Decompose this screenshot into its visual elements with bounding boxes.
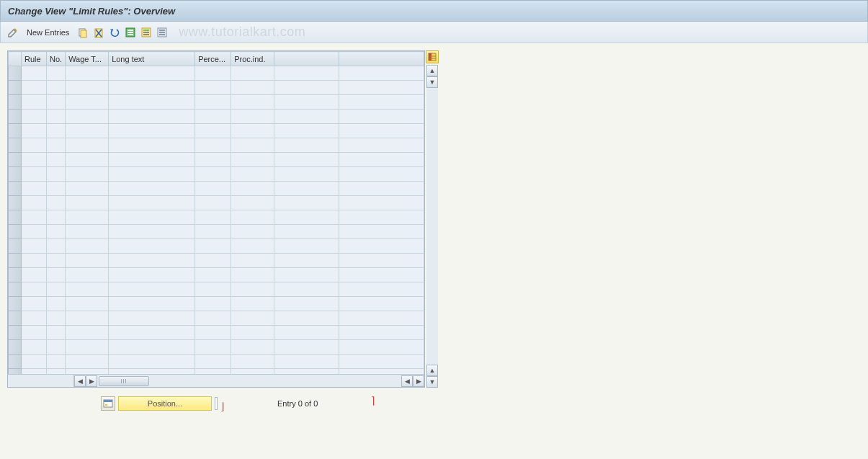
cell[interactable] — [339, 239, 424, 254]
cell[interactable] — [109, 254, 195, 268]
cell[interactable] — [22, 196, 47, 210]
cell[interactable] — [47, 326, 66, 340]
cell[interactable] — [195, 268, 231, 282]
cell[interactable] — [66, 210, 109, 225]
cell[interactable] — [231, 124, 274, 138]
cell[interactable] — [66, 225, 109, 239]
cell[interactable] — [195, 311, 231, 326]
scroll-down-end-icon[interactable]: ▼ — [426, 376, 438, 388]
cell[interactable] — [22, 340, 47, 355]
h-scroll-track[interactable] — [97, 375, 401, 387]
cell[interactable] — [274, 66, 339, 81]
cell[interactable] — [47, 196, 66, 210]
cell[interactable] — [22, 167, 47, 182]
col-header-wage[interactable]: Wage T... — [66, 52, 109, 66]
cell[interactable] — [195, 138, 231, 153]
cell[interactable] — [109, 153, 195, 167]
cell[interactable] — [109, 66, 195, 81]
row-selector[interactable] — [9, 182, 22, 196]
cell[interactable] — [47, 182, 66, 196]
row-selector[interactable] — [9, 340, 22, 355]
cell[interactable] — [339, 326, 424, 340]
col-header-perce[interactable]: Perce... — [195, 52, 231, 66]
cell[interactable] — [109, 326, 195, 340]
cell[interactable] — [109, 282, 195, 297]
v-scroll-track[interactable] — [426, 88, 438, 365]
col-header-long[interactable]: Long text — [109, 52, 195, 66]
cell[interactable] — [339, 254, 424, 268]
cell[interactable] — [22, 110, 47, 124]
cell[interactable] — [231, 254, 274, 268]
cell[interactable] — [66, 355, 109, 369]
cell[interactable] — [22, 355, 47, 369]
cell[interactable] — [66, 95, 109, 110]
cell[interactable] — [22, 282, 47, 297]
cell[interactable] — [109, 81, 195, 95]
cell[interactable] — [66, 311, 109, 326]
cell[interactable] — [195, 282, 231, 297]
cell[interactable] — [22, 326, 47, 340]
cell[interactable] — [22, 239, 47, 254]
cell[interactable] — [47, 282, 66, 297]
cell[interactable] — [274, 254, 339, 268]
cell[interactable] — [339, 268, 424, 282]
cell[interactable] — [47, 66, 66, 81]
cell[interactable] — [195, 326, 231, 340]
cell[interactable] — [339, 124, 424, 138]
cell[interactable] — [109, 167, 195, 182]
cell[interactable] — [22, 254, 47, 268]
col-header-spacer2[interactable] — [339, 52, 424, 66]
cell[interactable] — [274, 326, 339, 340]
cell[interactable] — [47, 311, 66, 326]
row-selector[interactable] — [9, 225, 22, 239]
cell[interactable] — [274, 239, 339, 254]
cell[interactable] — [231, 239, 274, 254]
cell[interactable] — [231, 95, 274, 110]
cell[interactable] — [66, 66, 109, 81]
row-selector[interactable] — [9, 326, 22, 340]
cell[interactable] — [22, 124, 47, 138]
scroll-right-icon[interactable]: ▶ — [86, 375, 97, 387]
cell[interactable] — [66, 340, 109, 355]
cell[interactable] — [109, 225, 195, 239]
cell[interactable] — [339, 138, 424, 153]
cell[interactable] — [274, 311, 339, 326]
cell[interactable] — [195, 225, 231, 239]
cell[interactable] — [231, 110, 274, 124]
cell[interactable] — [66, 282, 109, 297]
cell[interactable] — [195, 297, 231, 311]
cell[interactable] — [231, 297, 274, 311]
row-selector[interactable] — [9, 153, 22, 167]
cell[interactable] — [339, 81, 424, 95]
cell[interactable] — [339, 311, 424, 326]
cell[interactable] — [274, 167, 339, 182]
cell[interactable] — [274, 153, 339, 167]
cell[interactable] — [231, 66, 274, 81]
cell[interactable] — [231, 210, 274, 225]
cell[interactable] — [22, 81, 47, 95]
row-selector[interactable] — [9, 210, 22, 225]
cell[interactable] — [109, 182, 195, 196]
cell[interactable] — [47, 167, 66, 182]
undo-icon[interactable] — [108, 26, 121, 39]
cell[interactable] — [274, 297, 339, 311]
cell[interactable] — [195, 110, 231, 124]
cell[interactable] — [231, 311, 274, 326]
cell[interactable] — [66, 239, 109, 254]
row-selector[interactable] — [9, 268, 22, 282]
position-button[interactable]: Position... — [118, 396, 212, 411]
cell[interactable] — [274, 225, 339, 239]
cell[interactable] — [339, 167, 424, 182]
cell[interactable] — [231, 225, 274, 239]
change-icon[interactable] — [6, 26, 19, 39]
cell[interactable] — [274, 340, 339, 355]
table-settings-icon[interactable] — [426, 50, 439, 63]
cell[interactable] — [195, 340, 231, 355]
cell[interactable] — [22, 225, 47, 239]
cell[interactable] — [274, 355, 339, 369]
cell[interactable] — [339, 95, 424, 110]
cell[interactable] — [66, 153, 109, 167]
cell[interactable] — [66, 182, 109, 196]
row-selector[interactable] — [9, 167, 22, 182]
cell[interactable] — [109, 355, 195, 369]
